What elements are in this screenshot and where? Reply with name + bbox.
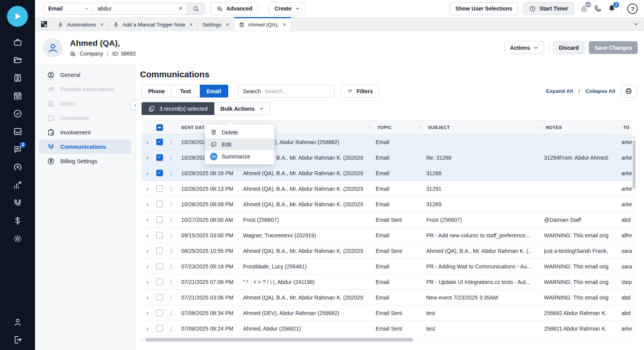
expand-row-icon[interactable]: › [147, 216, 149, 223]
open-tab-automations[interactable]: Automations × [53, 17, 108, 31]
column-header-to[interactable]: ⋮TO [609, 125, 632, 131]
help-icon[interactable]: ? [627, 3, 638, 14]
table-row[interactable]: › ⋮ 07/21/2025 03:06 PM Ahmed (QA), B.A.… [142, 290, 632, 305]
row-checkbox[interactable] [156, 170, 163, 176]
billing-icon[interactable] [12, 216, 23, 226]
chat-icon[interactable]: 3 [12, 144, 23, 154]
print-button[interactable] [621, 85, 637, 98]
expand-row-icon[interactable]: › [147, 247, 149, 254]
expand-row-icon[interactable]: › [147, 139, 149, 145]
table-row[interactable]: › ⋮ 08/25/2025 10:55 PM Ahmed (QA), B.A.… [142, 243, 632, 259]
column-header-topic[interactable]: ⋮TOPIC [363, 125, 413, 131]
column-header-subject[interactable]: ⋮SUBJECT [413, 125, 531, 131]
expand-row-icon[interactable]: › [147, 294, 149, 301]
table-row[interactable]: › ⋮ 10/27/2025 08:00 AM Frost (256607) E… [142, 212, 632, 228]
v-scrollbar-thumb[interactable] [633, 140, 635, 189]
sidebar-item-documents[interactable]: Documents [35, 111, 135, 125]
row-checkbox[interactable] [156, 154, 163, 161]
sidebar-item-communications[interactable]: Communications [39, 139, 131, 154]
dashboard-grid-icon[interactable] [35, 17, 53, 31]
start-timer-button[interactable]: Start Timer [523, 2, 574, 15]
expand-row-icon[interactable]: › [147, 170, 149, 176]
row-checkbox[interactable] [156, 201, 163, 207]
sidebar-item-notes[interactable]: Notes [35, 96, 135, 111]
row-menu-icon[interactable]: ⋮ [168, 170, 174, 176]
row-menu-icon[interactable]: ⋮ [168, 248, 174, 254]
expand-row-icon[interactable]: › [147, 279, 149, 285]
gauge-icon[interactable] [12, 162, 23, 172]
contact-card-icon[interactable] [12, 73, 23, 83]
logout-icon[interactable] [12, 334, 23, 345]
discard-button[interactable]: Discard [553, 41, 584, 54]
row-menu-icon[interactable]: ⋮ [168, 201, 174, 207]
table-row[interactable]: › ⋮ 10/28/2025 08:09 PM Ahmed (QA), B.A.… [142, 197, 632, 212]
phone-log-icon[interactable] [12, 198, 23, 208]
row-checkbox[interactable] [156, 139, 163, 145]
row-checkbox[interactable] [156, 232, 163, 239]
column-menu-icon[interactable]: ⋮ [536, 125, 541, 131]
calendar-icon[interactable] [12, 91, 23, 101]
table-row[interactable]: › ⋮ 07/08/2025 08:34 PM Ahmed (DEV), Abd… [142, 305, 632, 321]
close-tab-icon[interactable]: × [100, 21, 103, 28]
row-checkbox[interactable] [156, 325, 163, 332]
sidebar-item-general[interactable]: General [35, 68, 135, 82]
h-scrollbar-thumb[interactable] [145, 338, 413, 341]
close-tab-icon[interactable]: × [226, 21, 229, 28]
expand-row-icon[interactable]: › [147, 154, 149, 161]
advanced-search-button[interactable]: Advanced [210, 2, 258, 15]
row-checkbox[interactable] [156, 310, 163, 316]
row-checkbox[interactable] [156, 294, 163, 301]
row-menu-icon[interactable]: ⋮ [168, 232, 174, 239]
clear-search-icon[interactable]: × [179, 5, 182, 12]
v-scrollbar[interactable]: ▲ [632, 135, 636, 337]
column-menu-icon[interactable]: ⋮ [418, 125, 423, 131]
row-menu-icon[interactable]: ⋮ [168, 279, 174, 285]
column-menu-icon[interactable]: ⋮ [368, 125, 373, 131]
table-row[interactable]: › ⋮ 07/23/2025 05:18 PM Frostblade, Lucy… [142, 259, 632, 274]
collapse-all-link[interactable]: Collapse All [585, 88, 615, 94]
row-menu-icon[interactable]: ⋮ [168, 326, 174, 332]
row-checkbox[interactable] [156, 216, 163, 223]
channel-tab-text[interactable]: Text [172, 85, 200, 98]
sidebar-item-involvement[interactable]: Involvement [35, 125, 135, 139]
menu-item-summarize[interactable]: AI Summarize [205, 150, 274, 162]
expand-all-link[interactable]: Expand All [546, 88, 573, 94]
scroll-up-arrow[interactable]: ▲ [632, 136, 636, 138]
menu-item-edit[interactable]: Edit [205, 138, 274, 150]
tab-overflow-icon[interactable] [628, 17, 644, 31]
row-checkbox[interactable] [156, 263, 163, 270]
report-chart-icon[interactable] [12, 180, 23, 190]
global-search-input[interactable]: abdur × [93, 3, 187, 14]
phone-icon[interactable] [594, 5, 602, 13]
column-header-notes[interactable]: ⋮NOTES [531, 125, 609, 131]
expand-row-icon[interactable]: › [147, 263, 149, 270]
table-row[interactable]: › ⋮ 09/15/2025 03:00 PM Wagner, Traceeee… [142, 228, 632, 243]
sidebar-item-provider-associations[interactable]: Provider Associations [35, 82, 135, 96]
collapse-nav-button[interactable]: ‹ [130, 100, 140, 110]
row-menu-icon[interactable]: ⋮ [168, 263, 174, 270]
expand-row-icon[interactable]: › [147, 325, 149, 332]
briefcase-icon[interactable] [12, 37, 23, 47]
table-row[interactable]: › ⋮ 10/28/2025 08:16 PM Ahmed (QA), B.A.… [142, 165, 632, 181]
actions-button[interactable]: Actions [504, 41, 544, 54]
profile-icon[interactable] [12, 317, 23, 327]
close-tab-icon[interactable]: × [190, 21, 193, 28]
row-menu-icon[interactable]: ⋮ [168, 217, 174, 223]
check-circle-icon[interactable] [12, 108, 23, 118]
row-menu-icon[interactable]: ⋮ [168, 310, 174, 316]
column-menu-icon[interactable]: ⋮ [613, 125, 618, 131]
row-checkbox[interactable] [156, 279, 163, 285]
expand-row-icon[interactable]: › [147, 185, 149, 192]
inbox-icon[interactable] [12, 126, 23, 136]
create-button[interactable]: Create [269, 2, 306, 15]
settings-gear-icon[interactable] [12, 233, 23, 244]
filters-button[interactable]: Filters [341, 85, 379, 98]
h-scrollbar[interactable]: ‹ [142, 338, 632, 342]
app-logo-icon[interactable] [7, 6, 28, 27]
open-tab-ahmed-qa[interactable]: Ahmed (QA), × [234, 17, 291, 31]
expand-row-icon[interactable]: › [147, 310, 149, 316]
channel-tab-email[interactable]: Email [200, 85, 228, 98]
row-checkbox[interactable] [156, 185, 163, 192]
row-menu-icon[interactable]: ⋮ [168, 155, 174, 161]
table-row[interactable]: › ⋮ 10/28/2025 08:13 PM Ahmed (QA), B.A.… [142, 181, 632, 197]
